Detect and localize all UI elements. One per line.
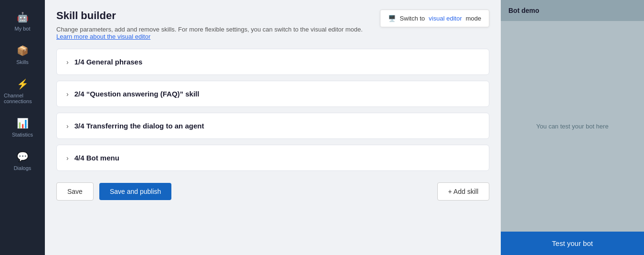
- chevron-right-icon: ›: [66, 154, 69, 162]
- header-text-block: Skill builder Change parameters, add and…: [56, 10, 380, 40]
- skill-item-4[interactable]: › 4/4 Bot menu: [56, 145, 489, 171]
- subtitle-text: Change parameters, add and remove skills…: [56, 26, 363, 33]
- sidebar-item-label: My bot: [14, 26, 30, 32]
- sidebar-item-label: Skills: [16, 59, 29, 65]
- skill-label: 4/4 Bot menu: [74, 154, 119, 162]
- dialogs-icon: 💬: [17, 151, 29, 162]
- skill-label: 3/4 Transferring the dialog to an agent: [74, 122, 204, 130]
- switch-btn-prefix: Switch to: [400, 15, 425, 22]
- chevron-right-icon: ›: [66, 58, 69, 66]
- statistics-icon: 📊: [17, 117, 29, 129]
- switch-editor-icon: 🖥️: [388, 15, 396, 22]
- page-title: Skill builder: [56, 10, 380, 22]
- sidebar-item-label: Statistics: [12, 132, 33, 138]
- skills-icon: 📦: [17, 45, 29, 56]
- switch-btn-link: visual editor: [429, 15, 462, 22]
- sidebar: 🤖 My bot 📦 Skills ⚡ Channel connections …: [0, 0, 45, 255]
- test-your-bot-button[interactable]: Test your bot: [501, 232, 644, 255]
- main-content: Skill builder Change parameters, add and…: [45, 0, 501, 255]
- chevron-right-icon: ›: [66, 90, 69, 98]
- sidebar-item-statistics[interactable]: 📊 Statistics: [0, 111, 45, 144]
- sidebar-item-my-bot[interactable]: 🤖 My bot: [0, 5, 45, 38]
- skill-label: 1/4 General phrases: [74, 58, 143, 66]
- bot-demo-body: You can test your bot here: [501, 21, 644, 232]
- learn-more-link[interactable]: Learn more about the visual editor: [56, 33, 150, 40]
- save-and-publish-button[interactable]: Save and publish: [99, 183, 171, 200]
- right-panel: Bot demo You can test your bot here Test…: [501, 0, 644, 255]
- channel-icon: ⚡: [17, 78, 29, 90]
- skill-item-3[interactable]: › 3/4 Transferring the dialog to an agen…: [56, 113, 489, 139]
- bot-demo-header: Bot demo: [501, 0, 644, 21]
- skill-item-2[interactable]: › 2/4 “Question answering (FAQ)” skill: [56, 81, 489, 107]
- sidebar-item-channel-connections[interactable]: ⚡ Channel connections: [0, 72, 45, 111]
- switch-to-visual-editor-button[interactable]: 🖥️ Switch to visual editor mode: [380, 10, 489, 27]
- bottom-actions: Save Save and publish + Add skill: [56, 182, 489, 201]
- switch-btn-suffix: mode: [465, 15, 481, 22]
- header-area: Skill builder Change parameters, add and…: [56, 10, 489, 40]
- sidebar-item-label: Channel connections: [4, 93, 41, 104]
- bot-demo-placeholder: You can test your bot here: [536, 123, 608, 130]
- subtitle: Change parameters, add and remove skills…: [56, 26, 380, 40]
- chevron-right-icon: ›: [66, 122, 69, 130]
- skills-list: › 1/4 General phrases › 2/4 “Question an…: [56, 49, 489, 171]
- save-button[interactable]: Save: [56, 182, 94, 201]
- sidebar-item-label: Dialogs: [14, 165, 32, 171]
- add-skill-button[interactable]: + Add skill: [437, 182, 489, 201]
- my-bot-icon: 🤖: [17, 11, 29, 23]
- skill-item-1[interactable]: › 1/4 General phrases: [56, 49, 489, 75]
- sidebar-item-dialogs[interactable]: 💬 Dialogs: [0, 144, 45, 178]
- skill-label: 2/4 “Question answering (FAQ)” skill: [74, 90, 200, 98]
- sidebar-item-skills[interactable]: 📦 Skills: [0, 38, 45, 72]
